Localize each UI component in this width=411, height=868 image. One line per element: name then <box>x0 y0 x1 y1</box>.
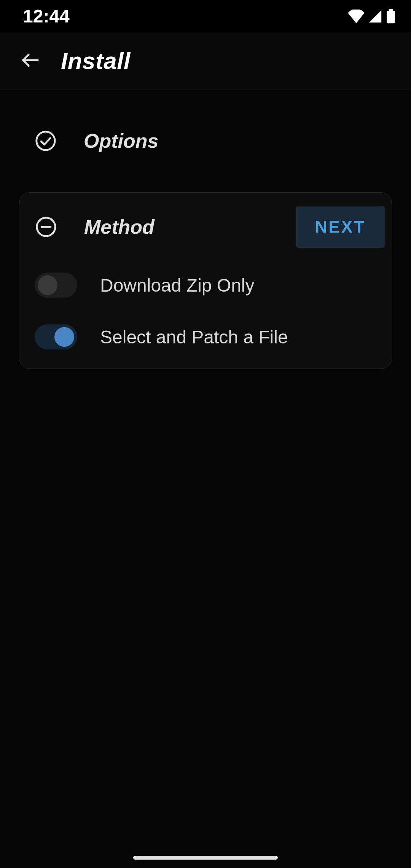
toggle-label: Download Zip Only <box>100 275 255 296</box>
minus-circle-icon <box>35 215 57 238</box>
statusbar-icons <box>348 9 396 24</box>
method-toggle-list: Download Zip Only Select and Patch a Fil… <box>35 273 388 349</box>
content: Options Method NEXT Download Zip Only <box>0 89 411 868</box>
method-card: Method NEXT Download Zip Only Select and… <box>19 192 392 369</box>
gesture-bar[interactable] <box>133 856 278 860</box>
check-circle-icon <box>34 129 57 152</box>
svg-rect-0 <box>387 11 395 23</box>
page-title: Install <box>61 47 131 74</box>
wifi-icon <box>348 10 365 23</box>
back-button[interactable] <box>15 46 46 76</box>
statusbar-time: 12:44 <box>23 6 70 27</box>
switch-knob <box>38 275 57 295</box>
cellular-icon <box>368 10 382 23</box>
step-options-label: Options <box>84 129 158 152</box>
switch-knob <box>54 327 74 347</box>
toggle-label: Select and Patch a File <box>100 327 288 348</box>
next-button-label: NEXT <box>315 217 366 236</box>
toggle-download-zip-only[interactable]: Download Zip Only <box>35 273 388 298</box>
switch[interactable] <box>35 273 77 298</box>
arrow-left-icon <box>19 49 41 73</box>
toggle-select-and-patch-file[interactable]: Select and Patch a File <box>35 324 388 349</box>
step-method-header: Method NEXT <box>35 204 388 250</box>
switch[interactable] <box>35 324 77 349</box>
next-button[interactable]: NEXT <box>296 206 385 248</box>
step-method-label: Method <box>84 215 155 238</box>
svg-point-3 <box>37 132 55 150</box>
appbar: Install <box>0 32 411 89</box>
statusbar: 12:44 <box>0 0 411 32</box>
step-options[interactable]: Options <box>19 116 392 166</box>
svg-rect-1 <box>389 9 393 11</box>
battery-icon <box>386 9 396 24</box>
